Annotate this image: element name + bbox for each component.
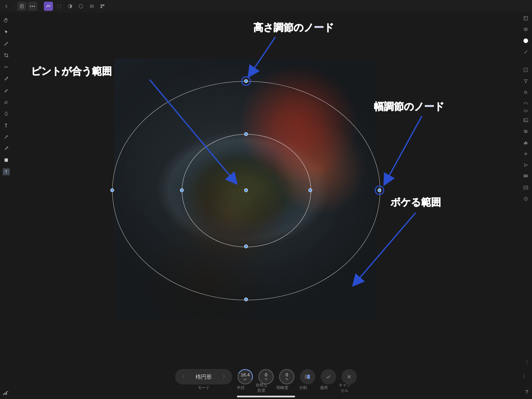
cancel-button[interactable] — [342, 369, 357, 385]
split-label: 分割 — [295, 385, 311, 391]
svg-rect-10 — [524, 68, 528, 72]
more-button[interactable]: ••• — [28, 2, 37, 11]
svg-rect-30 — [524, 186, 528, 189]
dropper-tool[interactable] — [2, 145, 10, 152]
full-view-button[interactable] — [522, 14, 530, 22]
left-toolbar — [0, 13, 13, 399]
undo-button[interactable]: 〈 — [523, 359, 528, 366]
annotation-height-node: 高さ調節のノード — [253, 21, 334, 34]
signal-icon — [3, 391, 8, 395]
photo-preview[interactable] — [114, 58, 377, 321]
stroke-button[interactable] — [522, 100, 530, 107]
clarity-label: 明瞭度 — [274, 385, 290, 391]
annotation-width-node: 幅調節のノード — [374, 100, 444, 113]
color-button[interactable] — [522, 37, 530, 45]
top-toolbar: ••• — [0, 0, 532, 13]
persona-liquify-button[interactable] — [55, 2, 64, 11]
navigator-button[interactable] — [522, 161, 530, 169]
radius-label: 半径 — [233, 385, 248, 391]
svg-rect-21 — [525, 142, 526, 144]
layers-button[interactable] — [522, 26, 530, 33]
home-indicator — [237, 396, 295, 397]
persona-extra-button[interactable] — [98, 2, 107, 11]
svg-point-23 — [525, 154, 526, 154]
svg-point-17 — [524, 130, 525, 131]
undo-redo-group: 〈 〉 — [523, 359, 528, 380]
split-button[interactable] — [300, 369, 315, 385]
eraser-tool[interactable] — [2, 98, 10, 106]
persona-photo-button[interactable] — [44, 2, 53, 11]
svg-rect-4 — [103, 4, 104, 6]
move-tool[interactable] — [2, 28, 10, 36]
right-toolbar: fx 2pt — [519, 13, 532, 399]
svg-rect-22 — [526, 142, 527, 144]
grid-button[interactable] — [522, 173, 530, 180]
separator — [14, 3, 14, 9]
svg-point-11 — [525, 69, 525, 70]
history-button[interactable] — [522, 195, 530, 203]
vibrance-control[interactable]: 0 % — [258, 369, 274, 385]
cancel-label: キャンセル — [337, 382, 352, 393]
mode-label: モード — [180, 385, 228, 391]
bottom-labels: モード 半径 自然な彩度 明瞭度 分割 適用 キャンセル — [180, 382, 352, 393]
bottom-controls: 〈 楕円形 〉 16.4 px 0 % 0 % — [175, 369, 357, 385]
svg-rect-25 — [525, 175, 526, 176]
apply-button[interactable] — [321, 369, 336, 385]
svg-point-18 — [526, 131, 527, 132]
fx-button[interactable]: fx — [522, 89, 530, 96]
help-button[interactable]: ? — [525, 389, 528, 395]
check-icon — [325, 374, 331, 380]
stock-button[interactable] — [522, 116, 530, 124]
close-icon — [346, 374, 352, 380]
svg-rect-32 — [305, 375, 307, 379]
chevron-left-icon[interactable]: 〈 — [180, 373, 185, 380]
selection-tool[interactable] — [2, 63, 10, 71]
document-button[interactable] — [17, 2, 26, 11]
svg-rect-26 — [527, 175, 528, 176]
hand-tool[interactable] — [2, 17, 10, 24]
smudge-tool[interactable] — [2, 110, 10, 117]
clone-tool[interactable] — [2, 122, 10, 129]
pen-tool[interactable] — [2, 133, 10, 141]
swatches-button[interactable] — [522, 66, 530, 74]
mode-selector[interactable]: 〈 楕円形 〉 — [175, 369, 232, 385]
svg-point-6 — [6, 126, 6, 127]
outer-node-left[interactable] — [110, 188, 114, 192]
persona-develop-button[interactable] — [65, 2, 75, 11]
svg-point-16 — [525, 119, 525, 120]
vibrance-label: 自然な彩度 — [254, 382, 269, 393]
svg-point-1 — [57, 4, 61, 8]
brush-panel-button[interactable] — [522, 48, 530, 56]
canvas-area[interactable]: 高さ調節のノード ピントが合う範囲 幅調節のノード ボケる範囲 — [13, 13, 519, 399]
svg-rect-35 — [5, 393, 5, 395]
svg-point-14 — [526, 70, 527, 71]
back-button[interactable] — [2, 2, 11, 11]
svg-rect-29 — [527, 176, 528, 177]
brush-tool[interactable] — [2, 40, 10, 47]
svg-rect-33 — [307, 375, 310, 379]
persona-export-button[interactable] — [87, 2, 96, 11]
crop-tool[interactable] — [2, 51, 10, 59]
redo-button[interactable]: 〉 — [523, 373, 528, 380]
text-tool[interactable] — [2, 168, 10, 175]
annotation-focus-range: ピントが合う範囲 — [31, 64, 112, 78]
filter-button[interactable] — [522, 77, 530, 85]
svg-rect-5 — [101, 6, 102, 8]
persona-tone-button[interactable] — [76, 2, 85, 11]
transform-button[interactable] — [522, 150, 530, 158]
rectangle-tool[interactable] — [2, 156, 10, 164]
annotation-blur-range: ボケる範囲 — [391, 195, 441, 209]
svg-rect-24 — [524, 175, 525, 176]
radius-control[interactable]: 16.4 px — [238, 369, 253, 385]
adjustments-button[interactable] — [522, 128, 530, 135]
mode-value: 楕円形 — [196, 373, 212, 380]
stroke-size-label: 2pt — [524, 109, 528, 113]
outer-node-right[interactable] — [378, 188, 381, 192]
eyedropper-tool[interactable] — [2, 75, 10, 82]
svg-rect-27 — [524, 176, 525, 177]
paint-tool[interactable] — [2, 86, 10, 94]
channels-button[interactable] — [522, 184, 530, 191]
clarity-control[interactable]: 0 % — [279, 369, 294, 385]
histogram-button[interactable] — [522, 139, 530, 146]
chevron-right-icon[interactable]: 〉 — [222, 373, 228, 380]
